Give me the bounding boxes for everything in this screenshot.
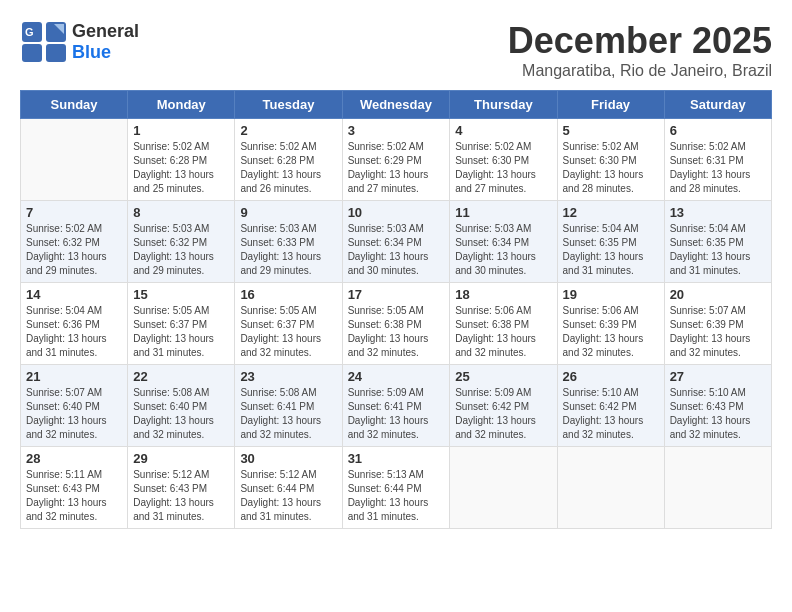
weekday-header-row: SundayMondayTuesdayWednesdayThursdayFrid… bbox=[21, 91, 772, 119]
day-info: Sunrise: 5:06 AMSunset: 6:39 PMDaylight:… bbox=[563, 304, 659, 360]
day-info: Sunrise: 5:06 AMSunset: 6:38 PMDaylight:… bbox=[455, 304, 551, 360]
calendar-cell: 1Sunrise: 5:02 AMSunset: 6:28 PMDaylight… bbox=[128, 119, 235, 201]
day-number: 11 bbox=[455, 205, 551, 220]
day-info: Sunrise: 5:09 AMSunset: 6:41 PMDaylight:… bbox=[348, 386, 445, 442]
calendar-cell: 18Sunrise: 5:06 AMSunset: 6:38 PMDayligh… bbox=[450, 283, 557, 365]
day-number: 12 bbox=[563, 205, 659, 220]
day-number: 9 bbox=[240, 205, 336, 220]
day-info: Sunrise: 5:02 AMSunset: 6:31 PMDaylight:… bbox=[670, 140, 766, 196]
day-info: Sunrise: 5:03 AMSunset: 6:34 PMDaylight:… bbox=[348, 222, 445, 278]
calendar-cell: 30Sunrise: 5:12 AMSunset: 6:44 PMDayligh… bbox=[235, 447, 342, 529]
calendar-cell: 4Sunrise: 5:02 AMSunset: 6:30 PMDaylight… bbox=[450, 119, 557, 201]
calendar-cell: 24Sunrise: 5:09 AMSunset: 6:41 PMDayligh… bbox=[342, 365, 450, 447]
day-info: Sunrise: 5:02 AMSunset: 6:29 PMDaylight:… bbox=[348, 140, 445, 196]
calendar-cell: 29Sunrise: 5:12 AMSunset: 6:43 PMDayligh… bbox=[128, 447, 235, 529]
day-info: Sunrise: 5:03 AMSunset: 6:34 PMDaylight:… bbox=[455, 222, 551, 278]
calendar-cell bbox=[557, 447, 664, 529]
day-info: Sunrise: 5:11 AMSunset: 6:43 PMDaylight:… bbox=[26, 468, 122, 524]
calendar-cell: 12Sunrise: 5:04 AMSunset: 6:35 PMDayligh… bbox=[557, 201, 664, 283]
day-info: Sunrise: 5:05 AMSunset: 6:38 PMDaylight:… bbox=[348, 304, 445, 360]
logo-general: General bbox=[72, 21, 139, 41]
day-info: Sunrise: 5:13 AMSunset: 6:44 PMDaylight:… bbox=[348, 468, 445, 524]
week-row-5: 28Sunrise: 5:11 AMSunset: 6:43 PMDayligh… bbox=[21, 447, 772, 529]
month-title: December 2025 bbox=[508, 20, 772, 62]
calendar-cell: 27Sunrise: 5:10 AMSunset: 6:43 PMDayligh… bbox=[664, 365, 771, 447]
calendar-cell: 28Sunrise: 5:11 AMSunset: 6:43 PMDayligh… bbox=[21, 447, 128, 529]
day-number: 15 bbox=[133, 287, 229, 302]
calendar-cell: 14Sunrise: 5:04 AMSunset: 6:36 PMDayligh… bbox=[21, 283, 128, 365]
day-info: Sunrise: 5:02 AMSunset: 6:28 PMDaylight:… bbox=[240, 140, 336, 196]
calendar-table: SundayMondayTuesdayWednesdayThursdayFrid… bbox=[20, 90, 772, 529]
day-number: 16 bbox=[240, 287, 336, 302]
day-info: Sunrise: 5:03 AMSunset: 6:33 PMDaylight:… bbox=[240, 222, 336, 278]
day-number: 14 bbox=[26, 287, 122, 302]
calendar-cell: 19Sunrise: 5:06 AMSunset: 6:39 PMDayligh… bbox=[557, 283, 664, 365]
day-number: 1 bbox=[133, 123, 229, 138]
calendar-cell: 25Sunrise: 5:09 AMSunset: 6:42 PMDayligh… bbox=[450, 365, 557, 447]
day-info: Sunrise: 5:05 AMSunset: 6:37 PMDaylight:… bbox=[133, 304, 229, 360]
calendar-cell bbox=[21, 119, 128, 201]
day-number: 3 bbox=[348, 123, 445, 138]
calendar-cell: 20Sunrise: 5:07 AMSunset: 6:39 PMDayligh… bbox=[664, 283, 771, 365]
day-info: Sunrise: 5:02 AMSunset: 6:32 PMDaylight:… bbox=[26, 222, 122, 278]
week-row-4: 21Sunrise: 5:07 AMSunset: 6:40 PMDayligh… bbox=[21, 365, 772, 447]
week-row-2: 7Sunrise: 5:02 AMSunset: 6:32 PMDaylight… bbox=[21, 201, 772, 283]
svg-text:G: G bbox=[25, 26, 34, 38]
day-number: 4 bbox=[455, 123, 551, 138]
calendar-cell: 15Sunrise: 5:05 AMSunset: 6:37 PMDayligh… bbox=[128, 283, 235, 365]
day-number: 10 bbox=[348, 205, 445, 220]
logo: G General Blue bbox=[20, 20, 139, 64]
week-row-1: 1Sunrise: 5:02 AMSunset: 6:28 PMDaylight… bbox=[21, 119, 772, 201]
calendar-cell: 7Sunrise: 5:02 AMSunset: 6:32 PMDaylight… bbox=[21, 201, 128, 283]
page-header: G General Blue December 2025 Mangaratiba… bbox=[20, 20, 772, 80]
day-number: 2 bbox=[240, 123, 336, 138]
week-row-3: 14Sunrise: 5:04 AMSunset: 6:36 PMDayligh… bbox=[21, 283, 772, 365]
weekday-header-friday: Friday bbox=[557, 91, 664, 119]
day-number: 20 bbox=[670, 287, 766, 302]
day-info: Sunrise: 5:07 AMSunset: 6:40 PMDaylight:… bbox=[26, 386, 122, 442]
weekday-header-thursday: Thursday bbox=[450, 91, 557, 119]
logo-text: General Blue bbox=[72, 21, 139, 63]
day-number: 17 bbox=[348, 287, 445, 302]
day-info: Sunrise: 5:04 AMSunset: 6:35 PMDaylight:… bbox=[670, 222, 766, 278]
day-number: 21 bbox=[26, 369, 122, 384]
weekday-header-monday: Monday bbox=[128, 91, 235, 119]
day-info: Sunrise: 5:10 AMSunset: 6:43 PMDaylight:… bbox=[670, 386, 766, 442]
calendar-cell: 31Sunrise: 5:13 AMSunset: 6:44 PMDayligh… bbox=[342, 447, 450, 529]
weekday-header-tuesday: Tuesday bbox=[235, 91, 342, 119]
svg-rect-2 bbox=[22, 44, 42, 62]
day-info: Sunrise: 5:03 AMSunset: 6:32 PMDaylight:… bbox=[133, 222, 229, 278]
calendar-cell: 22Sunrise: 5:08 AMSunset: 6:40 PMDayligh… bbox=[128, 365, 235, 447]
calendar-cell: 17Sunrise: 5:05 AMSunset: 6:38 PMDayligh… bbox=[342, 283, 450, 365]
day-info: Sunrise: 5:08 AMSunset: 6:41 PMDaylight:… bbox=[240, 386, 336, 442]
day-number: 8 bbox=[133, 205, 229, 220]
day-info: Sunrise: 5:10 AMSunset: 6:42 PMDaylight:… bbox=[563, 386, 659, 442]
calendar-cell: 9Sunrise: 5:03 AMSunset: 6:33 PMDaylight… bbox=[235, 201, 342, 283]
day-number: 7 bbox=[26, 205, 122, 220]
day-number: 24 bbox=[348, 369, 445, 384]
calendar-cell: 6Sunrise: 5:02 AMSunset: 6:31 PMDaylight… bbox=[664, 119, 771, 201]
calendar-cell: 23Sunrise: 5:08 AMSunset: 6:41 PMDayligh… bbox=[235, 365, 342, 447]
svg-rect-3 bbox=[46, 44, 66, 62]
day-number: 29 bbox=[133, 451, 229, 466]
location-subtitle: Mangaratiba, Rio de Janeiro, Brazil bbox=[508, 62, 772, 80]
day-number: 23 bbox=[240, 369, 336, 384]
day-info: Sunrise: 5:09 AMSunset: 6:42 PMDaylight:… bbox=[455, 386, 551, 442]
day-number: 27 bbox=[670, 369, 766, 384]
calendar-cell: 21Sunrise: 5:07 AMSunset: 6:40 PMDayligh… bbox=[21, 365, 128, 447]
day-info: Sunrise: 5:12 AMSunset: 6:43 PMDaylight:… bbox=[133, 468, 229, 524]
calendar-cell bbox=[450, 447, 557, 529]
day-info: Sunrise: 5:05 AMSunset: 6:37 PMDaylight:… bbox=[240, 304, 336, 360]
calendar-cell: 10Sunrise: 5:03 AMSunset: 6:34 PMDayligh… bbox=[342, 201, 450, 283]
weekday-header-wednesday: Wednesday bbox=[342, 91, 450, 119]
calendar-cell: 5Sunrise: 5:02 AMSunset: 6:30 PMDaylight… bbox=[557, 119, 664, 201]
calendar-cell: 26Sunrise: 5:10 AMSunset: 6:42 PMDayligh… bbox=[557, 365, 664, 447]
logo-icon: G bbox=[20, 20, 68, 64]
weekday-header-sunday: Sunday bbox=[21, 91, 128, 119]
day-number: 5 bbox=[563, 123, 659, 138]
day-number: 26 bbox=[563, 369, 659, 384]
day-info: Sunrise: 5:08 AMSunset: 6:40 PMDaylight:… bbox=[133, 386, 229, 442]
calendar-cell: 16Sunrise: 5:05 AMSunset: 6:37 PMDayligh… bbox=[235, 283, 342, 365]
day-number: 25 bbox=[455, 369, 551, 384]
day-info: Sunrise: 5:07 AMSunset: 6:39 PMDaylight:… bbox=[670, 304, 766, 360]
